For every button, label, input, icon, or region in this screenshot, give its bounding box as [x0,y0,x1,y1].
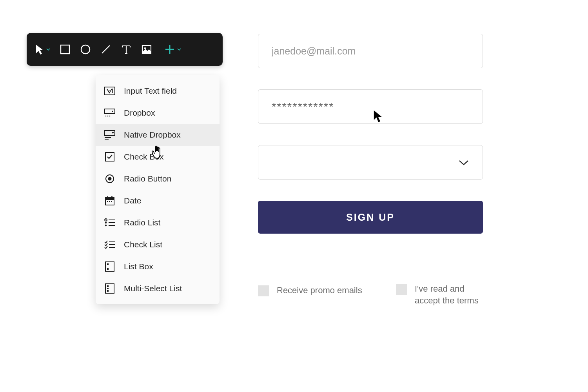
svg-point-1 [81,45,90,54]
svg-rect-20 [111,196,113,198]
radio-list-icon [104,217,115,228]
list-box-icon [104,261,115,272]
dropdown-item-dropbox[interactable]: Dropbox [96,102,220,124]
pointer-icon [35,44,45,55]
svg-point-9 [107,116,109,117]
svg-rect-19 [107,196,108,198]
svg-rect-18 [105,198,114,200]
multi-select-icon [104,283,115,294]
signup-form: ************ SIGN UP [258,34,483,234]
chevron-down-icon [45,47,50,51]
password-field[interactable]: ************ [258,89,483,124]
dropdown-item-label: Dropbox [124,108,155,118]
plus-icon [164,44,176,55]
dropdown-item-label: Check List [124,240,162,249]
dropdown-item-label: List Box [124,262,153,271]
svg-point-25 [105,220,106,220]
svg-rect-35 [107,263,109,265]
add-tool-dropdown: Input Text field Dropbox Native Dropbox … [96,75,220,304]
dropdown-item-radio-button[interactable]: Radio Button [96,168,220,190]
svg-point-8 [105,116,107,117]
line-tool[interactable] [100,44,111,55]
rectangle-icon [60,44,71,55]
signup-button[interactable]: SIGN UP [258,201,483,234]
design-toolbar [27,33,223,66]
dropdown-item-check-box[interactable]: Check Box [96,146,220,168]
dropbox-icon [104,107,115,118]
svg-point-4 [144,47,146,49]
svg-point-29 [105,225,107,226]
dropdown-item-label: Check Box [124,152,164,162]
check-list-icon [104,239,115,250]
svg-rect-7 [105,109,115,114]
date-icon [104,195,115,206]
pointer-tool[interactable] [35,44,50,55]
add-tool[interactable] [164,44,181,55]
dropdown-item-label: Radio List [124,218,160,227]
dropdown-item-date[interactable]: Date [96,190,220,212]
checkbox-icon [104,151,115,162]
svg-rect-36 [107,268,109,270]
dropdown-item-radio-list[interactable]: Radio List [96,212,220,234]
dropdown-item-check-list[interactable]: Check List [96,234,220,256]
checkbox-label: Receive promo emails [277,285,362,296]
dropdown-item-label: Multi-Select List [124,284,182,293]
chevron-down-icon [176,47,181,51]
line-icon [100,44,111,55]
svg-rect-37 [105,284,114,293]
rectangle-tool[interactable] [60,44,71,55]
chevron-down-icon [458,157,469,168]
checkbox-box [258,285,269,296]
terms-checkbox[interactable]: I've read and accept the terms [396,283,487,306]
text-icon [121,44,132,55]
svg-rect-38 [107,285,109,287]
svg-line-2 [102,45,110,53]
dropdown-item-native-dropbox[interactable]: Native Dropbox [96,124,220,146]
svg-rect-21 [107,201,108,202]
checkbox-label: I've read and accept the terms [415,283,487,306]
dropdown-item-input-text-field[interactable]: Input Text field [96,80,220,102]
select-field[interactable] [258,145,483,180]
svg-rect-23 [111,201,112,202]
svg-point-27 [105,222,107,223]
dropdown-item-label: Date [124,196,141,205]
svg-rect-34 [105,262,114,271]
native-dropbox-icon [104,129,115,140]
image-tool[interactable] [141,44,152,55]
dropdown-item-label: Native Dropbox [124,130,181,140]
svg-rect-39 [107,288,109,289]
promo-emails-checkbox[interactable]: Receive promo emails [258,285,362,296]
dropdown-item-label: Input Text field [124,86,177,96]
circle-tool[interactable] [80,44,91,55]
svg-rect-40 [107,290,109,292]
input-text-icon [104,85,115,96]
dropdown-item-list-box[interactable]: List Box [96,256,220,278]
circle-icon [80,44,91,55]
radio-icon [104,173,115,184]
checkbox-box [396,284,407,295]
email-field[interactable] [258,34,483,68]
dropdown-item-multi-select-list[interactable]: Multi-Select List [96,278,220,299]
dropdown-item-label: Radio Button [124,174,171,183]
svg-rect-22 [109,201,110,202]
text-tool[interactable] [121,44,132,55]
svg-rect-0 [61,45,69,54]
svg-point-16 [108,177,112,181]
svg-point-10 [109,116,111,117]
image-icon [141,44,152,55]
